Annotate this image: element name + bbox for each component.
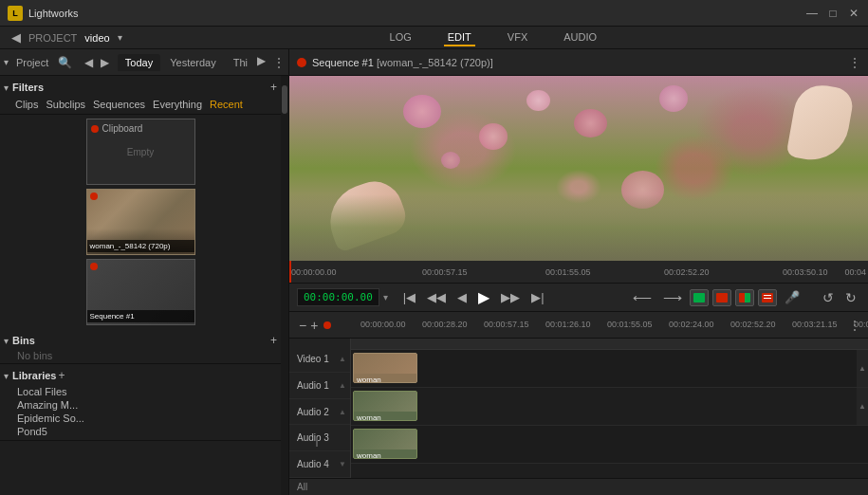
clip-item-woman[interactable]: woman_-_58142 (720p) — [86, 189, 195, 255]
timecode-display[interactable]: 00:00:00.00 — [297, 288, 379, 306]
ruler-tick-8: 00:03:50.10 — [854, 320, 868, 329]
filter-sequences[interactable]: Sequences — [93, 99, 145, 110]
back-button[interactable]: ◀ — [8, 30, 25, 45]
track-label-spacer — [289, 339, 350, 346]
panel-collapse-arrow[interactable]: ▾ — [4, 57, 9, 67]
filter-action-btns: + — [270, 81, 277, 94]
add-filter-button[interactable]: + — [270, 81, 277, 94]
panel-menu-button[interactable]: ⋮ — [273, 56, 285, 69]
tab-audio[interactable]: AUDIO — [560, 29, 600, 46]
ruler-tick-5: 00:02:24.00 — [669, 320, 714, 329]
reverse-button[interactable]: ◀ — [453, 288, 471, 306]
go-to-end-button[interactable]: ▶| — [527, 288, 547, 306]
timecode-dropdown[interactable]: ▾ — [383, 292, 388, 302]
edit-tool-icon — [739, 293, 750, 302]
go-to-start-button[interactable]: |◀ — [399, 288, 419, 306]
track-expand-audio2[interactable]: ▲ — [339, 408, 346, 416]
video1-scroll-up[interactable]: ▲ — [857, 350, 868, 387]
search-icon[interactable]: 🔍 — [58, 56, 72, 69]
panel-scroll-container: ▾ Filters + Clips Subclips Sequences Eve… — [0, 76, 288, 495]
menu-bar: ◀ PROJECT video ▾ LOG EDIT VFX AUDIO — [0, 27, 868, 49]
out-mark-button[interactable] — [712, 289, 731, 306]
nav-back-btn[interactable]: ◀ — [82, 56, 96, 69]
tc-marker-1: 00:00:57.15 — [422, 267, 468, 277]
mic-button[interactable]: 🎤 — [781, 288, 803, 306]
filter-arrow[interactable]: ▾ — [4, 82, 9, 93]
project-section-label: Project — [16, 57, 48, 68]
clipboard-empty-text: Empty — [127, 147, 154, 157]
grass-layer — [289, 194, 868, 261]
filter-recent[interactable]: Recent — [210, 99, 243, 110]
clip-thumb-audio1 — [354, 392, 416, 412]
tab-log[interactable]: LOG — [386, 29, 416, 46]
redo-button[interactable]: ↻ — [841, 290, 860, 305]
add-library-button[interactable]: + — [58, 369, 65, 382]
panel-tab-play[interactable]: ▶ — [257, 54, 266, 71]
sequence-subtitle: [woman_-_58142 (720p)] — [377, 57, 493, 68]
library-local-files[interactable]: Local Files — [4, 385, 277, 398]
filter-subclips[interactable]: Subclips — [46, 99, 85, 110]
prev-frame-button[interactable]: ◀◀ — [423, 288, 450, 306]
in-mark-button[interactable] — [690, 289, 709, 306]
audio-tool-button[interactable] — [758, 289, 777, 306]
library-pond5[interactable]: Pond5 — [4, 425, 277, 438]
insert-before-button[interactable]: ⟵ — [629, 288, 656, 307]
nav-forward-btn[interactable]: ▶ — [98, 56, 112, 69]
main-layout: ▾ Project 🔍 ◀ ▶ Today Yesterday Thi ▶ ⋮ … — [0, 49, 868, 495]
clips-grid: Clipboard Empty woman_-_58142 (720p) Seq… — [0, 115, 281, 329]
ruler-tick-4: 00:01:55.05 — [607, 320, 653, 329]
project-dropdown-icon[interactable]: ▾ — [118, 32, 122, 43]
zoom-in-button[interactable]: + — [308, 318, 320, 333]
edit-tool-button[interactable] — [735, 289, 754, 306]
play-button[interactable]: ▶ — [474, 286, 493, 308]
track-label-audio4: Audio 4 ▼ — [289, 451, 350, 478]
clip-name-audio1: woman_ — [354, 412, 416, 421]
undo-button[interactable]: ↺ — [819, 290, 838, 305]
timeline-track-audio2: woman_ — [351, 426, 868, 464]
flower-3 — [574, 109, 607, 138]
tab-edit[interactable]: EDIT — [444, 29, 475, 46]
filter-clips[interactable]: Clips — [15, 99, 38, 110]
clip-item-sequence[interactable]: Sequence #1 — [86, 259, 195, 325]
sequence-title: Sequence #1 [woman_-_58142 (720p)] — [312, 57, 493, 68]
ruler-tick-6: 00:02:52.20 — [730, 320, 776, 329]
tab-vfx[interactable]: VFX — [504, 29, 531, 46]
window-controls: — □ ✕ — [805, 7, 860, 20]
bins-section: ▾ Bins + No bins — [0, 329, 281, 364]
minimize-button[interactable]: — — [805, 7, 819, 20]
clip-label-2: Sequence #1 — [87, 310, 194, 322]
close-button[interactable]: ✕ — [847, 7, 860, 20]
insert-after-button[interactable]: ⟶ — [659, 288, 686, 307]
clip-block-audio1[interactable]: woman_ — [353, 391, 417, 421]
libraries-label: Libraries — [12, 370, 56, 381]
maximize-button[interactable]: □ — [826, 7, 840, 20]
library-epidemic[interactable]: Epidemic So... — [4, 412, 277, 425]
project-name[interactable]: video — [84, 32, 109, 44]
filter-everything[interactable]: Everything — [153, 99, 202, 110]
app-name-text: Lightworks — [28, 8, 79, 19]
tab-today[interactable]: Today — [118, 54, 160, 71]
clip-block-audio2[interactable]: woman_ — [353, 429, 417, 459]
next-frame-button[interactable]: ▶▶ — [497, 288, 524, 306]
libraries-arrow[interactable]: ▾ — [4, 371, 9, 381]
timeline-ruler-strip — [351, 339, 868, 350]
zoom-out-button[interactable]: − — [297, 318, 308, 333]
track-expand-audio4[interactable]: ▼ — [339, 460, 346, 468]
sequence-menu-button[interactable]: ⋮ — [849, 56, 860, 69]
sequence-red-dot — [297, 58, 306, 67]
tc-marker-3: 00:02:52.20 — [664, 267, 710, 277]
project-label: PROJECT — [28, 32, 77, 44]
tab-thi[interactable]: Thi — [226, 54, 255, 71]
audio1-scroll-up[interactable]: ▲ — [857, 388, 868, 425]
track-expand-audio1[interactable]: ▲ — [339, 381, 346, 390]
menu-tabs: LOG EDIT VFX AUDIO — [126, 29, 860, 46]
panel-scrollbar[interactable] — [281, 76, 288, 495]
tab-yesterday[interactable]: Yesterday — [162, 54, 224, 71]
add-bin-button[interactable]: + — [270, 334, 277, 347]
clip-block-video1[interactable]: woman_ — [353, 353, 417, 383]
timeline-track-audio1: woman_ ▲ — [351, 388, 868, 426]
clipboard-item[interactable]: Clipboard Empty — [86, 119, 195, 185]
bins-arrow[interactable]: ▾ — [4, 336, 9, 346]
track-expand-video1[interactable]: ▲ — [339, 355, 346, 363]
library-amazing-music[interactable]: Amazing M... — [4, 398, 277, 412]
